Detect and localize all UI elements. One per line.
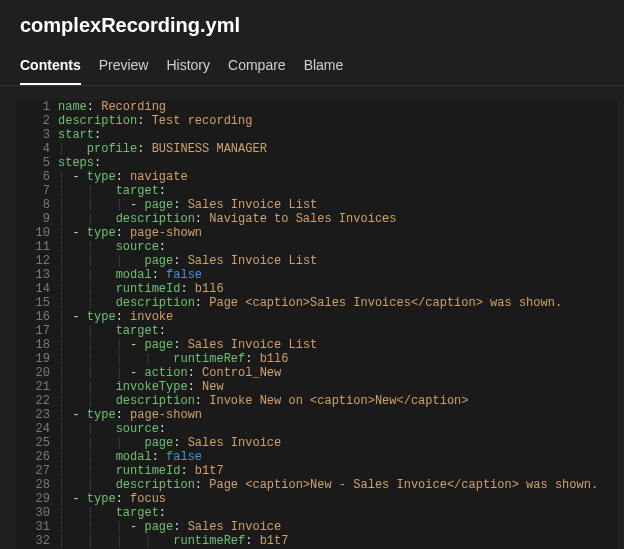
code-line: 13| | modal: false (16, 268, 618, 282)
line-content: | | | - page: Sales Invoice List (58, 338, 618, 352)
line-number: 10 (16, 226, 58, 240)
line-content: | | source: (58, 240, 618, 254)
code-line: 6| - type: navigate (16, 170, 618, 184)
line-content: | profile: BUSINESS MANAGER (58, 142, 618, 156)
line-content: | | modal: false (58, 268, 618, 282)
code-line: 10| - type: page-shown (16, 226, 618, 240)
line-content: | | target: (58, 506, 618, 520)
code-line: 14| | runtimeId: b1l6 (16, 282, 618, 296)
line-number: 2 (16, 114, 58, 128)
code-line: 25| | | page: Sales Invoice (16, 436, 618, 450)
tab-blame[interactable]: Blame (304, 51, 344, 85)
code-line: 20| | | - action: Control_New (16, 366, 618, 380)
code-line: 2description: Test recording (16, 114, 618, 128)
code-line: 1name: Recording (16, 100, 618, 114)
line-number: 29 (16, 492, 58, 506)
line-number: 26 (16, 450, 58, 464)
code-line: 24| | source: (16, 422, 618, 436)
line-content: | | description: Page <caption>New - Sal… (58, 478, 618, 492)
line-content: | | target: (58, 324, 618, 338)
line-number: 32 (16, 534, 58, 548)
file-title: complexRecording.yml (20, 14, 604, 37)
code-line: 16| - type: invoke (16, 310, 618, 324)
line-number: 9 (16, 212, 58, 226)
line-content: | | description: Navigate to Sales Invoi… (58, 212, 618, 226)
code-line: 12| | | page: Sales Invoice List (16, 254, 618, 268)
code-line: 17| | target: (16, 324, 618, 338)
line-content: | | description: Page <caption>Sales Inv… (58, 296, 618, 310)
code-line: 19| | | | runtimeRef: b1l6 (16, 352, 618, 366)
line-number: 20 (16, 366, 58, 380)
code-viewer[interactable]: 1name: Recording2description: Test recor… (16, 100, 618, 549)
line-number: 8 (16, 198, 58, 212)
line-number: 5 (16, 156, 58, 170)
file-header: complexRecording.yml (0, 0, 624, 45)
line-content: | | target: (58, 184, 618, 198)
line-number: 1 (16, 100, 58, 114)
line-content: | | | page: Sales Invoice List (58, 254, 618, 268)
line-number: 4 (16, 142, 58, 156)
line-number: 11 (16, 240, 58, 254)
code-line: 18| | | - page: Sales Invoice List (16, 338, 618, 352)
line-content: start: (58, 128, 618, 142)
line-content: | - type: focus (58, 492, 618, 506)
line-content: | | runtimeId: b1t7 (58, 464, 618, 478)
line-number: 25 (16, 436, 58, 450)
code-line: 27| | runtimeId: b1t7 (16, 464, 618, 478)
tab-compare[interactable]: Compare (228, 51, 286, 85)
line-number: 17 (16, 324, 58, 338)
code-line: 4| profile: BUSINESS MANAGER (16, 142, 618, 156)
line-number: 23 (16, 408, 58, 422)
line-number: 22 (16, 394, 58, 408)
line-number: 28 (16, 478, 58, 492)
line-number: 31 (16, 520, 58, 534)
line-content: | | | - action: Control_New (58, 366, 618, 380)
line-content: | | source: (58, 422, 618, 436)
code-line: 8| | | - page: Sales Invoice List (16, 198, 618, 212)
line-number: 15 (16, 296, 58, 310)
line-content: | | | | runtimeRef: b1t7 (58, 534, 618, 548)
code-line: 21| | invokeType: New (16, 380, 618, 394)
code-line: 7| | target: (16, 184, 618, 198)
code-line: 9| | description: Navigate to Sales Invo… (16, 212, 618, 226)
line-number: 24 (16, 422, 58, 436)
code-line: 30| | target: (16, 506, 618, 520)
tab-bar: ContentsPreviewHistoryCompareBlame (0, 45, 624, 86)
line-content: description: Test recording (58, 114, 618, 128)
code-line: 28| | description: Page <caption>New - S… (16, 478, 618, 492)
line-content: | | | | runtimeRef: b1l6 (58, 352, 618, 366)
line-content: | - type: page-shown (58, 226, 618, 240)
line-number: 6 (16, 170, 58, 184)
line-number: 27 (16, 464, 58, 478)
line-number: 18 (16, 338, 58, 352)
line-content: | | | - page: Sales Invoice (58, 520, 618, 534)
line-content: steps: (58, 156, 618, 170)
line-number: 16 (16, 310, 58, 324)
code-line: 26| | modal: false (16, 450, 618, 464)
line-number: 3 (16, 128, 58, 142)
line-content: | | description: Invoke New on <caption>… (58, 394, 618, 408)
line-content: | - type: page-shown (58, 408, 618, 422)
code-line: 11| | source: (16, 240, 618, 254)
code-line: 5steps: (16, 156, 618, 170)
line-number: 21 (16, 380, 58, 394)
line-number: 12 (16, 254, 58, 268)
line-number: 19 (16, 352, 58, 366)
code-line: 31| | | - page: Sales Invoice (16, 520, 618, 534)
tab-history[interactable]: History (166, 51, 210, 85)
line-content: | | invokeType: New (58, 380, 618, 394)
line-number: 14 (16, 282, 58, 296)
code-line: 15| | description: Page <caption>Sales I… (16, 296, 618, 310)
line-content: | | modal: false (58, 450, 618, 464)
tab-preview[interactable]: Preview (99, 51, 149, 85)
code-line: 3start: (16, 128, 618, 142)
line-content: | - type: invoke (58, 310, 618, 324)
line-content: | | | - page: Sales Invoice List (58, 198, 618, 212)
code-line: 23| - type: page-shown (16, 408, 618, 422)
line-content: | | runtimeId: b1l6 (58, 282, 618, 296)
line-number: 13 (16, 268, 58, 282)
code-line: 22| | description: Invoke New on <captio… (16, 394, 618, 408)
code-line: 29| - type: focus (16, 492, 618, 506)
line-number: 30 (16, 506, 58, 520)
tab-contents[interactable]: Contents (20, 51, 81, 85)
